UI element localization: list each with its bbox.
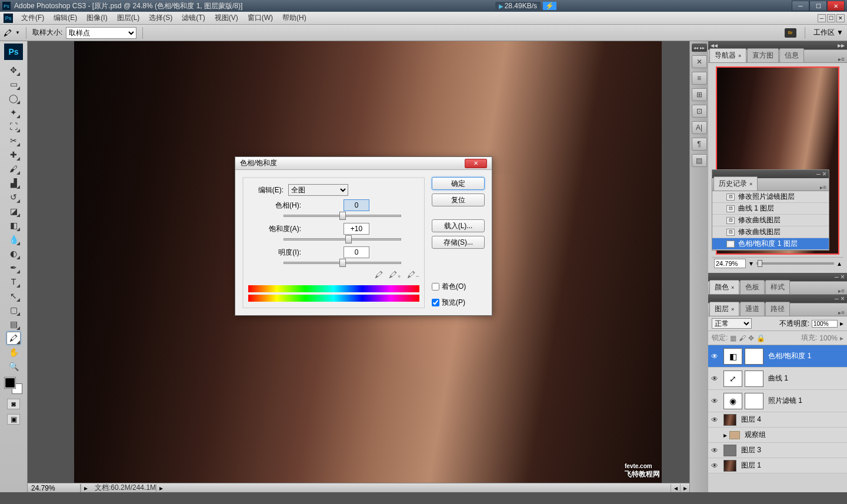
visibility-icon[interactable]: 👁 bbox=[708, 446, 721, 455]
zoom-level[interactable]: 24.79% bbox=[28, 484, 81, 492]
tab-paths[interactable]: 路径 bbox=[765, 302, 790, 316]
tab-channels[interactable]: 通道 bbox=[740, 302, 765, 316]
move-tool[interactable]: ✥ bbox=[6, 64, 21, 76]
menu-help[interactable]: 帮助(H) bbox=[278, 12, 311, 24]
menu-image[interactable]: 图像(I) bbox=[82, 12, 112, 24]
edit-select[interactable]: 全图 bbox=[288, 184, 348, 196]
tool-preset-arrow[interactable]: ▼ bbox=[15, 30, 20, 35]
save-button[interactable]: 存储(S)... bbox=[432, 236, 485, 249]
eyedropper-icon[interactable]: 🖍 bbox=[375, 270, 383, 279]
layer-thumb[interactable] bbox=[723, 414, 736, 426]
menu-file[interactable]: 文件(F) bbox=[16, 12, 49, 24]
zoom-tool[interactable]: 🔍 bbox=[6, 360, 21, 373]
menu-layer[interactable]: 图层(L) bbox=[112, 12, 145, 24]
close-button[interactable]: ✕ bbox=[827, 1, 845, 11]
quickmask-button[interactable]: ◙ bbox=[7, 399, 20, 409]
layers-menu[interactable]: ▸≡ bbox=[838, 309, 845, 316]
nav-zoom-slider[interactable] bbox=[756, 262, 834, 265]
tab-navigator[interactable]: 导航器× bbox=[709, 48, 746, 62]
doc-minimize-button[interactable]: ─ bbox=[818, 14, 826, 22]
maximize-button[interactable]: ☐ bbox=[809, 1, 827, 11]
blend-mode-select[interactable]: 正常 bbox=[712, 318, 752, 329]
stamp-tool[interactable]: ▟ bbox=[6, 176, 21, 189]
doc-close-button[interactable]: ✕ bbox=[836, 14, 845, 22]
layer-item[interactable]: 👁 ◉ 照片滤镜 1 bbox=[708, 390, 847, 412]
tab-history[interactable]: 历史记录× bbox=[713, 176, 758, 191]
expand-icon[interactable]: ▸ bbox=[723, 431, 727, 439]
opacity-value[interactable]: 100% bbox=[812, 320, 838, 328]
dock-btn-5[interactable]: A| bbox=[692, 121, 707, 134]
visibility-icon[interactable]: 👁 bbox=[708, 375, 721, 383]
dock-btn-7[interactable]: ▤ bbox=[692, 154, 707, 167]
fill-value[interactable]: 100% bbox=[819, 334, 838, 342]
hue-input[interactable] bbox=[344, 199, 369, 211]
menu-window[interactable]: 窗口(W) bbox=[243, 12, 278, 24]
dialog-titlebar[interactable]: 色相/饱和度 ✕ bbox=[235, 157, 492, 170]
cancel-button[interactable]: 复位 bbox=[432, 193, 485, 206]
marquee-tool[interactable]: ▭ bbox=[6, 78, 21, 91]
history-item[interactable]: ⊡修改曲线图层 bbox=[712, 226, 829, 238]
light-slider[interactable] bbox=[284, 262, 401, 264]
visibility-icon[interactable]: 👁 bbox=[708, 416, 721, 424]
menu-select[interactable]: 选择(S) bbox=[144, 12, 177, 24]
preview-checkbox[interactable] bbox=[432, 299, 439, 306]
menu-edit[interactable]: 编辑(E) bbox=[49, 12, 82, 24]
load-button[interactable]: 载入(L)... bbox=[432, 219, 485, 232]
lock-all-icon[interactable]: 🔒 bbox=[756, 334, 765, 342]
lock-move-icon[interactable]: ✥ bbox=[748, 334, 754, 342]
hand-tool[interactable]: ✋ bbox=[6, 346, 21, 359]
dock-expand[interactable]: ◂◂ ▸▸ bbox=[692, 44, 707, 52]
pen-tool[interactable]: ✒ bbox=[6, 261, 21, 274]
dialog-close-button[interactable]: ✕ bbox=[465, 159, 487, 168]
info-menu-arrow[interactable]: ▸ bbox=[156, 484, 165, 492]
minimize-button[interactable]: ─ bbox=[792, 1, 809, 11]
lock-paint-icon[interactable]: 🖌 bbox=[739, 334, 746, 342]
ok-button[interactable]: 确定 bbox=[432, 177, 485, 190]
scroll-right[interactable]: ▸ bbox=[680, 484, 689, 492]
sat-input[interactable] bbox=[344, 223, 369, 235]
visibility-icon[interactable]: 👁 bbox=[708, 352, 721, 361]
type-tool[interactable]: T bbox=[6, 275, 21, 288]
sat-slider[interactable] bbox=[284, 238, 401, 241]
nav-zoom-in[interactable]: ▴ bbox=[838, 259, 841, 268]
colorize-checkbox[interactable] bbox=[432, 283, 439, 291]
dock-btn-6[interactable]: ¶ bbox=[692, 138, 707, 151]
tab-layers[interactable]: 图层× bbox=[709, 302, 739, 316]
info-arrow[interactable]: ▸ bbox=[81, 484, 90, 492]
sample-size-select[interactable]: 取样点 bbox=[66, 27, 136, 39]
history-item[interactable]: ⊡修改曲线图层 bbox=[712, 215, 829, 226]
history-item[interactable]: ⊡曲线 1 图层 bbox=[712, 203, 829, 215]
layer-thumb[interactable]: ◉ bbox=[723, 393, 742, 409]
nav-zoom-value[interactable]: 24.79% bbox=[714, 259, 746, 268]
dock-btn-2[interactable]: ≡ bbox=[692, 72, 707, 85]
blur-tool[interactable]: 💧 bbox=[6, 233, 21, 246]
layer-thumb[interactable]: ◧ bbox=[723, 348, 742, 365]
menu-filter[interactable]: 滤镜(T) bbox=[177, 12, 209, 24]
navigator-menu[interactable]: ▸≡ bbox=[838, 56, 845, 62]
nav-zoom-out[interactable]: ▾ bbox=[749, 259, 753, 268]
menu-view[interactable]: 视图(V) bbox=[210, 12, 243, 24]
tab-histogram[interactable]: 直方图 bbox=[747, 48, 779, 62]
foreground-color[interactable] bbox=[5, 378, 15, 388]
tab-color[interactable]: 颜色× bbox=[709, 280, 739, 294]
screenmode-button[interactable]: ▣ bbox=[7, 414, 20, 425]
hue-slider[interactable] bbox=[284, 215, 401, 217]
layer-thumb[interactable] bbox=[723, 445, 736, 456]
notes-tool[interactable]: ▤ bbox=[6, 318, 21, 331]
tab-styles[interactable]: 样式 bbox=[765, 280, 790, 294]
layer-item[interactable]: 👁 图层 1 bbox=[708, 458, 847, 473]
light-input[interactable] bbox=[344, 246, 369, 258]
wand-tool[interactable]: ✦ bbox=[6, 106, 21, 119]
shape-tool[interactable]: ▢ bbox=[6, 303, 21, 316]
color-swatch[interactable] bbox=[5, 378, 22, 394]
dock-btn-3[interactable]: ⊞ bbox=[692, 88, 707, 101]
crop-tool[interactable]: ⛶ bbox=[6, 120, 21, 133]
eyedropper-sub-icon[interactable]: 🖍₋ bbox=[407, 270, 419, 279]
heal-tool[interactable]: ✚ bbox=[6, 148, 21, 161]
lock-trans-icon[interactable]: ▦ bbox=[730, 334, 736, 342]
history-menu[interactable]: ▸≡ bbox=[820, 184, 826, 191]
doc-restore-button[interactable]: ☐ bbox=[827, 14, 835, 22]
layer-mask[interactable] bbox=[745, 393, 763, 409]
dock-btn-1[interactable]: ✕ bbox=[692, 55, 707, 68]
layer-item[interactable]: 👁 图层 3 bbox=[708, 443, 847, 458]
